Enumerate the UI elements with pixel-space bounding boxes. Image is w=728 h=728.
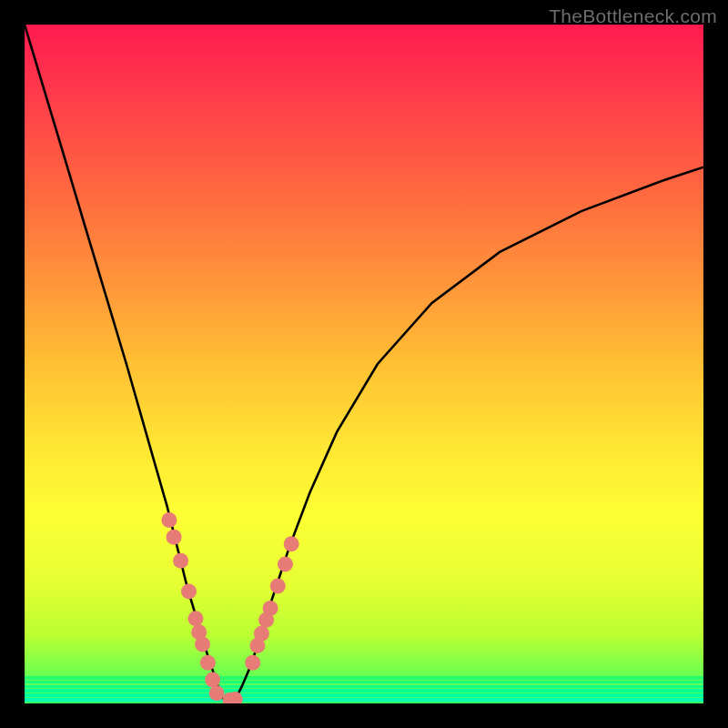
data-marker [173,553,188,569]
data-marker [245,655,260,671]
data-marker [167,530,182,545]
data-marker [161,512,177,528]
data-marker [195,637,210,652]
data-marker [270,578,286,593]
bottleneck-curve [25,25,703,703]
data-marker [205,672,220,687]
data-marker [209,685,225,701]
data-marker [263,601,278,616]
data-marker [284,536,299,551]
bottleneck-curve-chart [25,25,703,703]
data-marker [200,655,216,671]
data-marker [254,626,269,642]
data-marker [188,611,204,626]
data-marker [181,583,197,599]
data-marker [278,557,293,572]
watermark-text: TheBottleneck.com [549,5,717,27]
plot-area [25,25,703,703]
